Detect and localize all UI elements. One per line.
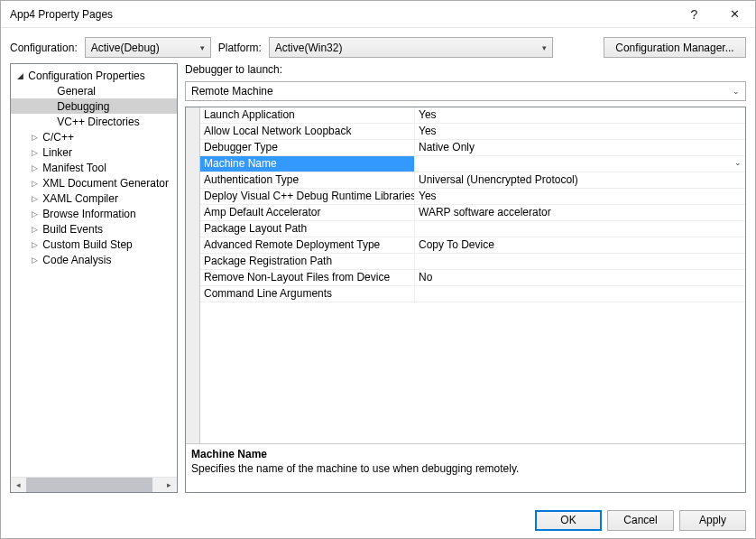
config-toolbar: Configuration: Active(Debug) ▾ Platform:… — [1, 28, 755, 63]
property-value[interactable] — [415, 286, 745, 302]
chevron-down-icon[interactable]: ⌄ — [734, 158, 742, 167]
property-value[interactable]: No — [415, 270, 745, 285]
tree-item-label: XML Document Generator — [42, 177, 169, 190]
property-row[interactable]: Remove Non-Layout Files from DeviceNo — [200, 270, 745, 286]
configuration-manager-button[interactable]: Configuration Manager... — [604, 37, 746, 58]
tree-horizontal-scrollbar[interactable]: ◂ ▸ — [11, 477, 177, 492]
category-tree: ◢ Configuration Properties General Debug… — [10, 63, 178, 493]
property-name: Allow Local Network Loopback — [200, 124, 415, 139]
property-pages-dialog: App4 Property Pages ? ✕ Configuration: A… — [0, 0, 756, 539]
property-row[interactable]: Command Line Arguments — [200, 286, 745, 302]
apply-button[interactable]: Apply — [679, 510, 746, 531]
scroll-left-icon[interactable]: ◂ — [11, 478, 26, 493]
expand-icon: ▷ — [29, 133, 40, 142]
tree-item-label: Linker — [42, 146, 72, 159]
property-value[interactable]: Native Only — [415, 140, 745, 155]
tree-item-label: Debugging — [57, 100, 109, 113]
tree-item-xml-document-generator[interactable]: ▷ XML Document Generator — [11, 175, 177, 191]
property-name: Authentication Type — [200, 172, 415, 188]
property-value[interactable]: Universal (Unencrypted Protocol) — [415, 172, 745, 188]
collapse-icon: ◢ — [14, 71, 25, 80]
property-name: Command Line Arguments — [200, 286, 415, 302]
property-name: Package Layout Path — [200, 221, 415, 237]
property-grid: Launch ApplicationYesAllow Local Network… — [185, 107, 746, 493]
tree-item-linker[interactable]: ▷ Linker — [11, 144, 177, 160]
property-row[interactable]: Machine Name⌄ — [200, 156, 745, 172]
property-value[interactable]: Copy To Device — [415, 237, 745, 253]
tree-item-label: Build Events — [42, 223, 103, 236]
property-value[interactable]: ⌄ — [415, 156, 745, 172]
platform-label: Platform: — [218, 42, 262, 54]
property-name: Deploy Visual C++ Debug Runtime Librarie… — [200, 189, 415, 204]
property-row[interactable]: Allow Local Network LoopbackYes — [200, 124, 745, 140]
property-row[interactable]: Launch ApplicationYes — [200, 107, 745, 124]
description-text: Specifies the name of the machine to use… — [191, 462, 740, 475]
debugger-to-launch-label: Debugger to launch: — [185, 63, 746, 76]
property-row[interactable]: Authentication TypeUniversal (Unencrypte… — [200, 172, 745, 189]
property-value[interactable]: WARP software accelerator — [415, 205, 745, 220]
tree-item-label: XAML Compiler — [42, 192, 118, 205]
expand-icon: ▷ — [29, 225, 40, 234]
tree-item-manifest-tool[interactable]: ▷ Manifest Tool — [11, 160, 177, 175]
chevron-down-icon: ⌄ — [733, 87, 740, 96]
window-title: App4 Property Pages — [10, 8, 674, 21]
property-row[interactable]: Advanced Remote Deployment TypeCopy To D… — [200, 237, 745, 254]
property-value[interactable]: Yes — [415, 124, 745, 139]
property-value[interactable]: Yes — [415, 189, 745, 204]
property-name: Debugger Type — [200, 140, 415, 155]
property-name: Package Registration Path — [200, 254, 415, 269]
chevron-down-icon: ▾ — [200, 43, 205, 52]
property-name: Amp Default Accelerator — [200, 205, 415, 220]
configuration-label: Configuration: — [10, 42, 78, 54]
tree-item-code-analysis[interactable]: ▷ Code Analysis — [11, 252, 177, 267]
property-value[interactable] — [415, 254, 745, 269]
tree-item-label: Manifest Tool — [42, 162, 106, 174]
scroll-track[interactable] — [26, 478, 161, 493]
expand-icon: ▷ — [29, 163, 40, 172]
configuration-value: Active(Debug) — [91, 42, 160, 54]
expand-icon: ▷ — [29, 179, 40, 188]
ok-button[interactable]: OK — [535, 510, 602, 531]
tree-item-browse-information[interactable]: ▷ Browse Information — [11, 206, 177, 221]
grid-gutter — [186, 107, 200, 443]
cancel-button[interactable]: Cancel — [607, 510, 674, 531]
property-row[interactable]: Package Layout Path — [200, 221, 745, 237]
tree-root[interactable]: ◢ Configuration Properties — [11, 68, 177, 83]
dialog-footer: OK Cancel Apply — [1, 502, 755, 538]
property-value[interactable] — [415, 221, 745, 237]
close-button[interactable]: ✕ — [715, 1, 755, 28]
platform-combo[interactable]: Active(Win32) ▾ — [269, 37, 553, 58]
property-row[interactable]: Deploy Visual C++ Debug Runtime Librarie… — [200, 189, 745, 205]
debugger-to-launch-combo[interactable]: Remote Machine ⌄ — [185, 81, 746, 101]
debugger-value: Remote Machine — [191, 85, 273, 98]
property-row[interactable]: Package Registration Path — [200, 254, 745, 270]
expand-icon: ▷ — [29, 209, 40, 218]
scroll-right-icon[interactable]: ▸ — [161, 478, 177, 493]
property-value[interactable]: Yes — [415, 107, 745, 123]
property-name: Machine Name — [200, 156, 415, 172]
tree-item-general[interactable]: General — [11, 83, 177, 98]
tree-item-label: Code Analysis — [42, 254, 111, 266]
help-button[interactable]: ? — [674, 1, 715, 28]
tree-item-label: Custom Build Step — [42, 238, 132, 251]
tree-item-vc-directories[interactable]: VC++ Directories — [11, 114, 177, 129]
expand-icon: ▷ — [29, 240, 40, 249]
titlebar: App4 Property Pages ? ✕ — [1, 1, 755, 28]
tree-item-xaml-compiler[interactable]: ▷ XAML Compiler — [11, 191, 177, 206]
tree-item-label: VC++ Directories — [57, 116, 139, 128]
tree-item-build-events[interactable]: ▷ Build Events — [11, 221, 177, 237]
description-title: Machine Name — [191, 448, 740, 460]
property-name: Advanced Remote Deployment Type — [200, 237, 415, 253]
property-name: Remove Non-Layout Files from Device — [200, 270, 415, 285]
tree-item-custom-build-step[interactable]: ▷ Custom Build Step — [11, 237, 177, 252]
tree-item-label: General — [57, 85, 96, 98]
property-row[interactable]: Amp Default AcceleratorWARP software acc… — [200, 205, 745, 221]
expand-icon: ▷ — [29, 256, 40, 265]
configuration-combo[interactable]: Active(Debug) ▾ — [85, 37, 211, 58]
property-row[interactable]: Debugger TypeNative Only — [200, 140, 745, 156]
property-description: Machine Name Specifies the name of the m… — [186, 443, 745, 492]
tree-item-c-c-[interactable]: ▷ C/C++ — [11, 129, 177, 144]
tree-item-debugging[interactable]: Debugging — [11, 98, 177, 114]
scroll-thumb[interactable] — [26, 478, 152, 493]
expand-icon: ▷ — [29, 194, 40, 203]
